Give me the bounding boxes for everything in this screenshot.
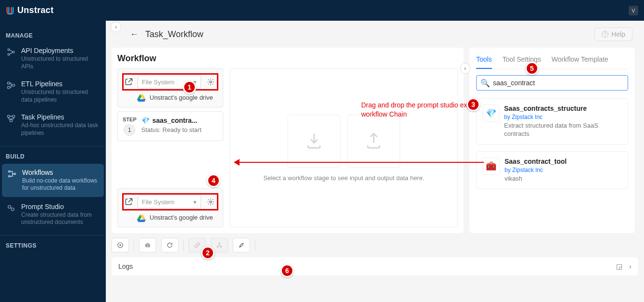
sidebar-item-prompt-studio[interactable]: Prompt StudioCreate structured data from… <box>0 198 106 231</box>
tool-author: by Zipstack Inc <box>504 114 622 120</box>
select-value: File System <box>142 198 175 206</box>
svg-point-30 <box>217 246 218 247</box>
sidebar-item-api-deployments[interactable]: API DeploymentsUnstructured to structure… <box>0 42 106 75</box>
sidebar-section-manage: MANAGE <box>0 29 106 42</box>
select-value: File System <box>142 79 175 86</box>
external-link-icon <box>124 77 134 87</box>
workflow-chain: File System ▾ Unstract's google drive <box>117 68 223 227</box>
svg-rect-8 <box>10 120 13 122</box>
workflow-toolbar <box>112 238 638 252</box>
robot-button[interactable] <box>139 238 156 252</box>
tool-desc: Extract structured data from SaaS contra… <box>504 122 622 138</box>
svg-point-28 <box>148 245 149 246</box>
gem-icon: 💎 <box>141 117 150 124</box>
avatar-initial: V <box>631 8 635 13</box>
source-connector-card: File System ▾ Unstract's google drive <box>117 68 223 107</box>
sidebar-section-build: BUILD <box>0 150 106 163</box>
toolbar-divider <box>183 239 184 251</box>
page-header: ← Task_Workflow ? Help <box>106 21 644 48</box>
svg-rect-7 <box>13 116 15 118</box>
step-status: Status: Ready to start <box>141 126 202 133</box>
callout-1: 1 <box>183 80 196 94</box>
brand-logo: Unstract <box>6 5 53 15</box>
expand-icon[interactable]: ◲ <box>616 263 622 270</box>
svg-rect-3 <box>8 82 10 84</box>
back-arrow-icon[interactable]: ← <box>130 29 139 39</box>
help-icon: ? <box>602 31 608 38</box>
input-placeholder-icon <box>288 115 341 168</box>
prompt-studio-icon <box>6 203 16 213</box>
source-connector-label: Unstract's google drive <box>150 94 213 102</box>
svg-point-0 <box>8 49 10 51</box>
sidebar-item-title: Workflows <box>22 169 99 176</box>
sidebar-item-task-pipelines[interactable]: Task PipelinesAd-hoc unstructured data t… <box>0 108 106 142</box>
logs-label: Logs <box>118 263 133 270</box>
workflow-pane: Workflow File System ▾ <box>112 48 464 233</box>
tool-search-input[interactable] <box>493 79 624 87</box>
sidebar-section-settings: SETTINGS <box>0 239 106 252</box>
step-number: 1 <box>124 124 135 136</box>
callout-4: 4 <box>207 174 220 187</box>
page-title: Task_Workflow <box>145 29 203 39</box>
tool-card-saas-structure[interactable]: 💎 Saas_contracts_structure by Zipstack I… <box>476 98 628 144</box>
callout-2: 2 <box>201 246 215 260</box>
logs-panel-header[interactable]: Logs ◲ › <box>112 257 638 276</box>
toolbox-icon: 🧰 <box>482 158 500 175</box>
brand-text: Unstract <box>17 5 53 15</box>
svg-marker-18 <box>137 99 146 102</box>
tools-pane: › Tools Tool Settings Workflow Template … <box>469 48 635 233</box>
help-button[interactable]: ? Help <box>594 27 632 41</box>
sidebar-item-workflows[interactable]: WorkflowsBuild no-code data workflows fo… <box>2 164 104 197</box>
toolbar-divider <box>134 239 134 251</box>
svg-point-1 <box>8 53 10 55</box>
dest-connector-card: File System ▾ Unstract's google drive <box>117 188 223 227</box>
chevron-right-icon[interactable]: › <box>629 263 631 270</box>
svg-point-12 <box>8 205 11 208</box>
sidebar-collapse-toggle[interactable]: ‹ <box>111 22 121 32</box>
google-drive-icon <box>137 94 146 102</box>
svg-marker-23 <box>137 219 146 222</box>
svg-point-31 <box>220 246 221 247</box>
chevron-down-icon: ▾ <box>193 198 197 206</box>
dest-type-select[interactable]: File System ▾ <box>138 195 201 209</box>
callout-5: 5 <box>525 62 539 75</box>
tool-name: Saas_contracts_structure <box>504 105 622 112</box>
step-tool-name: saas_contra... <box>152 117 197 124</box>
dest-connector-label: Unstract's google drive <box>150 214 213 222</box>
tab-workflow-template[interactable]: Workflow Template <box>552 51 608 69</box>
right-tabbar: Tools Tool Settings Workflow Template <box>476 51 628 69</box>
svg-point-9 <box>9 171 10 172</box>
callout-3: 3 <box>467 98 480 111</box>
svg-point-29 <box>219 243 220 244</box>
sidebar-item-title: Task Pipelines <box>21 113 100 121</box>
brand-mark-icon <box>6 6 14 15</box>
tool-name: Saas_contract_tool <box>505 158 567 165</box>
pipeline-icon <box>6 80 16 91</box>
tool-card-saas-tool[interactable]: 🧰 Saas_contract_tool by Zipstack Inc vik… <box>476 151 628 189</box>
source-settings-button[interactable] <box>205 76 216 88</box>
step-label: STEP <box>123 117 137 122</box>
svg-point-10 <box>9 175 10 177</box>
external-link-icon <box>124 197 134 207</box>
tool-search-box: 🔍 <box>476 75 628 91</box>
sidebar-divider <box>0 235 106 236</box>
callout-6: 6 <box>280 264 294 277</box>
sidebar-item-title: ETL Pipelines <box>21 80 100 88</box>
workflow-icon <box>7 169 17 179</box>
run-button[interactable] <box>112 238 129 252</box>
tab-tools[interactable]: Tools <box>476 51 492 69</box>
gem-icon: 💎 <box>482 105 499 122</box>
content-area: ‹ ← Task_Workflow ? Help Workflow <box>106 21 644 302</box>
right-pane-toggle[interactable]: › <box>460 63 470 74</box>
sidebar-item-title: API Deployments <box>21 47 100 54</box>
workflow-step-1[interactable]: STEP 1 💎 saas_contra... Status: Ready to… <box>117 111 223 141</box>
dest-settings-button[interactable] <box>205 196 216 208</box>
deploy-button[interactable] <box>233 238 250 252</box>
refresh-button[interactable] <box>161 238 178 252</box>
sidebar: MANAGE API DeploymentsUnstructured to st… <box>0 21 106 302</box>
sidebar-item-title: Prompt Studio <box>21 203 100 210</box>
svg-point-19 <box>210 201 212 203</box>
sidebar-item-subtitle: Build no-code data workflows for unstruc… <box>22 177 99 192</box>
user-avatar[interactable]: V <box>629 6 638 15</box>
sidebar-item-etl-pipelines[interactable]: ETL PipelinesUnstructured to structured … <box>0 75 106 108</box>
